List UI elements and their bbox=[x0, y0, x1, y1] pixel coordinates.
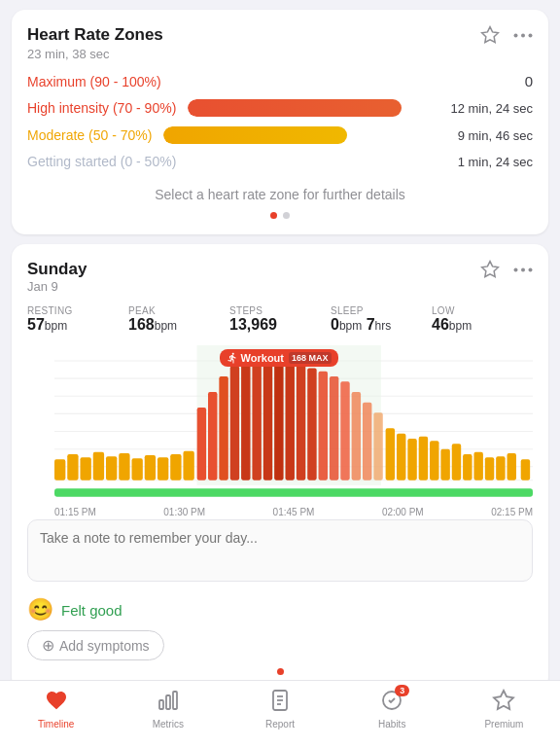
sunday-date: Jan 9 bbox=[27, 279, 87, 294]
x-label-4: 02:00 PM bbox=[382, 507, 424, 517]
nav-timeline[interactable]: Timeline bbox=[0, 689, 112, 729]
zone-getting-started[interactable]: Getting started (0 - 50%) 1 min, 24 sec bbox=[27, 154, 533, 169]
nav-metrics-label: Metrics bbox=[153, 719, 184, 729]
zone-high-label: High intensity (70 - 90%) bbox=[27, 100, 176, 116]
star-button[interactable] bbox=[480, 25, 500, 45]
sunday-stats-row: RESTING 57bpm PEAK 168bpm STEPS 13,969 S… bbox=[27, 305, 533, 334]
stat-sleep-label: SLEEP bbox=[331, 305, 432, 316]
nav-report-icon-container bbox=[268, 689, 292, 716]
svg-point-2 bbox=[521, 33, 525, 37]
stat-steps-value: 13,969 bbox=[229, 316, 331, 334]
svg-rect-22 bbox=[119, 453, 129, 480]
stat-peak-label: PEAK bbox=[128, 305, 229, 316]
stat-resting-label: RESTING bbox=[27, 305, 128, 316]
sunday-card-header: Sunday Jan 9 bbox=[27, 260, 533, 294]
svg-rect-57 bbox=[521, 459, 530, 480]
card-subtitle: 23 min, 38 sec bbox=[27, 47, 163, 61]
feel-emoji: 😊 bbox=[27, 597, 53, 622]
svg-rect-31 bbox=[230, 366, 239, 480]
svg-rect-20 bbox=[93, 452, 104, 480]
sunday-dot-active bbox=[277, 668, 284, 675]
more-button[interactable] bbox=[513, 33, 533, 38]
sunday-title: Sunday bbox=[27, 260, 87, 279]
card-header-text: Heart Rate Zones 23 min, 38 sec bbox=[27, 25, 163, 61]
svg-point-1 bbox=[514, 33, 518, 37]
svg-rect-28 bbox=[197, 408, 206, 480]
svg-rect-39 bbox=[319, 372, 328, 480]
svg-rect-48 bbox=[419, 437, 428, 480]
svg-rect-47 bbox=[407, 439, 416, 480]
add-symptoms-button[interactable]: ⊕ Add symptoms bbox=[27, 630, 164, 660]
svg-point-3 bbox=[529, 33, 533, 37]
svg-rect-71 bbox=[159, 700, 163, 709]
stat-sleep: SLEEP 0bpm 7hrs bbox=[331, 305, 432, 334]
stat-steps-label: STEPS bbox=[229, 305, 331, 316]
nav-metrics-icon-container bbox=[157, 689, 180, 716]
nav-report[interactable]: Report bbox=[224, 689, 335, 729]
card-header: Heart Rate Zones 23 min, 38 sec bbox=[27, 25, 533, 61]
zone-high[interactable]: High intensity (70 - 90%) 12 min, 24 sec bbox=[27, 99, 533, 117]
svg-rect-40 bbox=[330, 376, 338, 480]
stat-peak: PEAK 168bpm bbox=[128, 305, 229, 334]
zone-maximum-value: 0 bbox=[513, 73, 533, 89]
nav-habits[interactable]: 3 Habits bbox=[336, 689, 448, 729]
svg-rect-34 bbox=[263, 358, 272, 480]
svg-marker-79 bbox=[494, 691, 513, 709]
card-actions bbox=[480, 25, 533, 45]
zone-moderate-bar-container bbox=[163, 126, 445, 144]
svg-rect-38 bbox=[307, 368, 316, 480]
svg-rect-18 bbox=[67, 454, 78, 480]
svg-rect-30 bbox=[219, 376, 228, 480]
zone-maximum[interactable]: Maximum (90 - 100%) 0 bbox=[27, 73, 533, 89]
nav-report-label: Report bbox=[265, 719, 295, 729]
nav-metrics[interactable]: Metrics bbox=[112, 689, 224, 729]
bottom-nav: Timeline Metrics Report bbox=[0, 680, 560, 747]
x-label-1: 01:15 PM bbox=[54, 507, 96, 517]
sunday-dot-indicators bbox=[27, 668, 533, 675]
x-label-5: 02:15 PM bbox=[491, 507, 533, 517]
svg-marker-4 bbox=[482, 262, 499, 277]
nav-premium[interactable]: Premium bbox=[448, 689, 560, 729]
svg-rect-26 bbox=[170, 454, 181, 480]
report-icon bbox=[268, 689, 292, 712]
svg-rect-37 bbox=[297, 364, 305, 480]
svg-rect-45 bbox=[386, 428, 395, 480]
nav-premium-icon-container bbox=[492, 689, 515, 716]
heart-rate-chart-container: Workout 168 MAX bbox=[27, 345, 533, 501]
zone-moderate-time: 9 min, 46 sec bbox=[458, 128, 533, 143]
stat-low: LOW 46bpm bbox=[432, 305, 533, 334]
svg-rect-41 bbox=[340, 381, 349, 480]
svg-rect-44 bbox=[373, 412, 382, 480]
sunday-more-button[interactable] bbox=[513, 267, 533, 272]
habits-badge: 3 bbox=[395, 685, 409, 696]
zone-moderate-bar bbox=[163, 126, 347, 144]
svg-rect-17 bbox=[54, 459, 65, 480]
zone-maximum-label: Maximum (90 - 100%) bbox=[27, 74, 161, 89]
note-input[interactable] bbox=[27, 519, 533, 582]
x-label-2: 01:30 PM bbox=[163, 507, 205, 517]
svg-rect-56 bbox=[508, 453, 516, 480]
svg-rect-55 bbox=[496, 456, 505, 480]
add-symptoms-label: Add symptoms bbox=[59, 638, 150, 654]
zone-getting-started-label: Getting started (0 - 50%) bbox=[27, 154, 176, 169]
workout-label: Workout bbox=[241, 352, 284, 364]
heart-icon bbox=[45, 689, 68, 712]
svg-rect-24 bbox=[145, 455, 156, 480]
svg-rect-66 bbox=[54, 488, 533, 497]
svg-point-5 bbox=[514, 267, 518, 271]
svg-rect-51 bbox=[452, 444, 461, 480]
chart-x-labels: 01:15 PM 01:30 PM 01:45 PM 02:00 PM 02:1… bbox=[27, 505, 533, 519]
zone-high-bar-container bbox=[188, 99, 438, 117]
svg-rect-73 bbox=[173, 692, 177, 709]
dot-indicators bbox=[27, 212, 533, 219]
sunday-star-button[interactable] bbox=[480, 260, 500, 279]
feel-row: 😊 Felt good bbox=[27, 597, 533, 622]
card-title: Heart Rate Zones bbox=[27, 25, 163, 45]
sunday-card: Sunday Jan 9 bbox=[12, 244, 548, 691]
zone-moderate-label: Moderate (50 - 70%) bbox=[27, 127, 152, 143]
stat-resting-value: 57bpm bbox=[27, 316, 128, 334]
stat-peak-value: 168bpm bbox=[128, 316, 229, 334]
zone-moderate[interactable]: Moderate (50 - 70%) 9 min, 46 sec bbox=[27, 126, 533, 144]
svg-rect-25 bbox=[158, 457, 168, 480]
dot-2 bbox=[283, 212, 290, 219]
